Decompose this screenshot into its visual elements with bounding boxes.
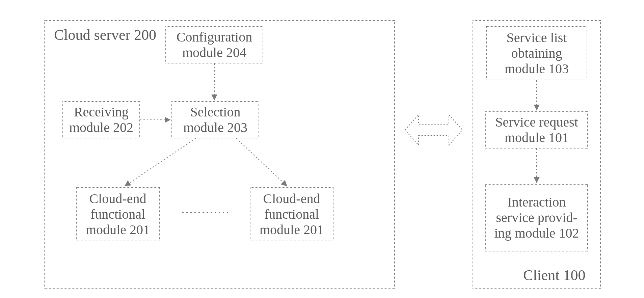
cloud-end-module-box-a: Cloud-end functional module 201	[76, 187, 160, 241]
service-list-module-box: Service list obtaining module 103	[486, 26, 587, 80]
diagram-stage: { "server": { "title": "Cloud server 200…	[0, 0, 644, 298]
cloud-end-module-box-b: Cloud-end functional module 201	[250, 187, 333, 241]
selection-module-box: Selection module 203	[171, 101, 259, 138]
configuration-module-box: Configuration module 204	[165, 26, 263, 63]
client-title: Client 100	[523, 267, 586, 284]
receiving-module-box: Receiving module 202	[62, 101, 140, 138]
bidirectional-arrow-icon	[405, 115, 462, 145]
service-request-module-box: Service request module 101	[485, 111, 588, 148]
cloud-server-title: Cloud server 200	[54, 26, 156, 44]
interaction-service-module-box: Interaction service provid-ing module 10…	[485, 184, 588, 251]
